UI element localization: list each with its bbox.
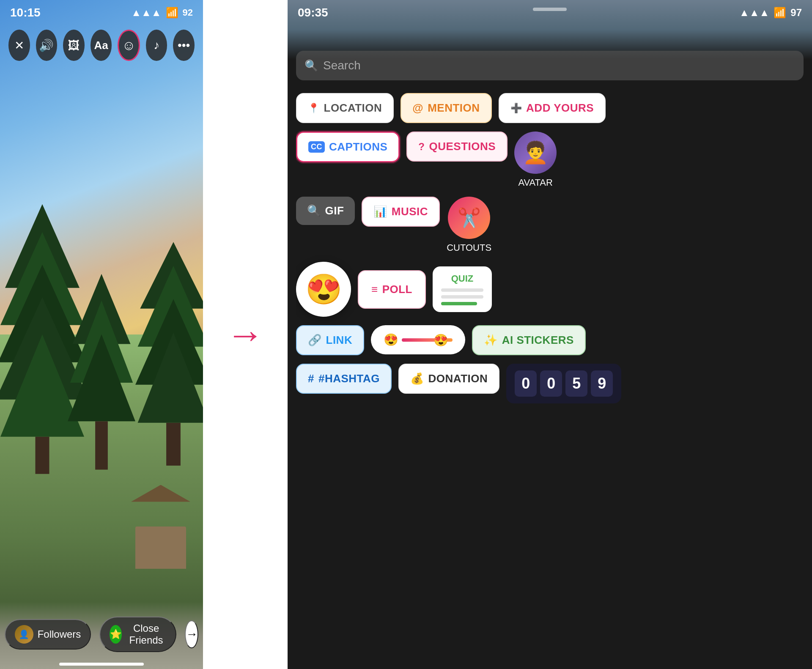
sticker-row-2: CC CAPTIONS ? QUESTIONS 🧑‍🦱 AVATAR — [296, 132, 804, 188]
left-status-right: ▲▲▲ 📶 92 — [131, 7, 193, 19]
donation-label: DONATION — [428, 372, 488, 385]
sticker-search-bar[interactable]: 🔍 Search — [296, 51, 804, 80]
sticker-row-5: 🔗 LINK 😍 😍 ✨ AI STICKERS — [296, 325, 804, 355]
music-label: MUSIC — [392, 205, 428, 218]
mention-icon: @ — [412, 101, 423, 115]
hashtag-sticker[interactable]: # #HASHTAG — [296, 364, 392, 394]
add-yours-sticker[interactable]: ➕ ADD YOURS — [499, 93, 606, 123]
add-yours-label: ADD YOURS — [526, 101, 594, 115]
gif-label: GIF — [325, 204, 344, 217]
avatar-label: AVATAR — [518, 177, 553, 188]
music-icon: ♪ — [154, 38, 159, 52]
questions-sticker[interactable]: ? QUESTIONS — [406, 132, 508, 162]
sticker-row-6: # #HASHTAG 💰 DONATION 0 0 5 9 — [296, 364, 804, 403]
tree-center — [68, 167, 135, 569]
sticker-row-3: 🔍 GIF 📊 MUSIC ✂️ CUTOUTS — [296, 197, 804, 253]
gif-search-icon: 🔍 — [307, 204, 321, 217]
quiz-answer-line — [441, 302, 477, 305]
star-symbol: ⭐ — [110, 629, 121, 640]
story-bottom-bar: 👤 Followers ⭐ Close Friends → — [0, 617, 203, 652]
questions-label: QUESTIONS — [429, 140, 496, 153]
text-icon: Aa — [94, 39, 108, 52]
mention-sticker[interactable]: @ MENTION — [401, 93, 491, 123]
media-icon: 🖼 — [68, 38, 80, 52]
questions-icon: ? — [418, 141, 425, 153]
arrow-container: → — [203, 0, 288, 669]
captions-icon: CC — [308, 141, 325, 153]
followers-button[interactable]: 👤 Followers — [5, 619, 91, 650]
right-status-bar: 09:35 ▲▲▲ 📶 97 — [288, 6, 812, 19]
gif-sticker[interactable]: 🔍 GIF — [296, 197, 355, 225]
right-signal-icon: ▲▲▲ — [739, 7, 769, 19]
next-arrow-icon: → — [186, 628, 198, 641]
quiz-line-1 — [441, 288, 483, 292]
tree-right — [135, 167, 203, 535]
right-wifi-icon: 📶 — [774, 7, 786, 19]
poll-label: POLL — [382, 283, 412, 296]
svg-rect-10 — [166, 422, 181, 465]
ai-sparkle-icon: ✨ — [484, 334, 498, 347]
signal-icon: ▲▲▲ — [131, 7, 161, 19]
add-yours-icon: ➕ — [510, 103, 522, 114]
poll-icon: ≡ — [371, 283, 378, 296]
audio-button[interactable]: 🔊 — [36, 30, 58, 61]
avatar-emoji: 🧑‍🦱 — [522, 140, 549, 165]
heart-eyes-emoji: 😍 — [305, 272, 342, 307]
battery-indicator: 92 — [183, 7, 193, 18]
emoji-slider-sticker[interactable]: 😍 😍 — [371, 325, 465, 354]
quiz-sticker[interactable]: QUIZ — [433, 266, 492, 312]
media-button[interactable]: 🖼 — [63, 30, 85, 61]
music-button[interactable]: ♪ — [146, 30, 167, 61]
audio-icon: 🔊 — [39, 38, 54, 52]
home-indicator — [59, 663, 144, 666]
more-icon: ••• — [178, 38, 190, 52]
mention-label: MENTION — [428, 101, 480, 115]
location-sticker[interactable]: 📍 LOCATION — [296, 93, 394, 123]
text-button[interactable]: Aa — [91, 30, 112, 61]
ai-stickers-sticker[interactable]: ✨ AI STICKERS — [472, 325, 586, 355]
left-status-bar: 10:15 ▲▲▲ 📶 92 — [0, 0, 203, 23]
countdown-sticker[interactable]: 0 0 5 9 — [506, 364, 621, 403]
story-toolbar: ✕ 🔊 🖼 Aa ☺ ♪ ••• — [0, 25, 203, 65]
sticker-row-1: 📍 LOCATION @ MENTION ➕ ADD YOURS — [296, 93, 804, 123]
cutouts-label: CUTOUTS — [447, 242, 491, 253]
music-sticker[interactable]: 📊 MUSIC — [362, 197, 440, 227]
wifi-icon: 📶 — [166, 7, 178, 19]
left-time: 10:15 — [10, 6, 41, 19]
next-button[interactable]: → — [185, 620, 198, 648]
quiz-line-2 — [441, 295, 483, 299]
close-button[interactable]: ✕ — [8, 30, 30, 61]
sticker-grid: 📍 LOCATION @ MENTION ➕ ADD YOURS CC CAPT… — [296, 93, 804, 652]
countdown-digit-4: 9 — [591, 370, 613, 397]
captions-label: CAPTIONS — [329, 140, 387, 154]
captions-sticker[interactable]: CC CAPTIONS — [296, 132, 400, 162]
link-label: LINK — [326, 334, 353, 347]
close-icon: ✕ — [14, 38, 24, 52]
close-friends-label: Close Friends — [126, 622, 167, 646]
countdown-digit-3: 5 — [565, 370, 587, 397]
link-icon: 🔗 — [308, 334, 322, 347]
svg-rect-14 — [95, 421, 108, 469]
close-friends-button[interactable]: ⭐ Close Friends — [99, 617, 176, 652]
countdown-digit-2: 0 — [540, 370, 562, 397]
countdown-digit-1: 0 — [515, 370, 537, 397]
direction-arrow: → — [226, 313, 264, 356]
emoji-heart-eyes-sticker[interactable]: 😍 — [296, 262, 351, 317]
cutouts-image: ✂️ — [448, 197, 490, 239]
more-button[interactable]: ••• — [173, 30, 195, 61]
hashtag-label: #HASHTAG — [318, 372, 380, 385]
donation-sticker[interactable]: 💰 DONATION — [398, 364, 499, 394]
sticker-picker-panel: 09:35 ▲▲▲ 📶 97 🔍 Search 📍 LOCATION @ MEN… — [288, 0, 812, 669]
right-battery: 97 — [790, 7, 802, 19]
sticker-row-4: 😍 ≡ POLL QUIZ — [296, 262, 804, 317]
slider-emoji: 😍 — [384, 333, 398, 347]
followers-label: Followers — [38, 628, 81, 640]
donation-icon: 💰 — [410, 372, 424, 385]
avatar-sticker[interactable]: 🧑‍🦱 AVATAR — [514, 132, 557, 188]
link-sticker[interactable]: 🔗 LINK — [296, 325, 364, 355]
cutouts-sticker[interactable]: ✂️ CUTOUTS — [447, 197, 491, 253]
sticker-button[interactable]: ☺ — [118, 30, 140, 61]
poll-sticker[interactable]: ≡ POLL — [358, 270, 426, 309]
search-placeholder: Search — [323, 59, 361, 72]
ai-stickers-label: AI STICKERS — [502, 334, 574, 347]
